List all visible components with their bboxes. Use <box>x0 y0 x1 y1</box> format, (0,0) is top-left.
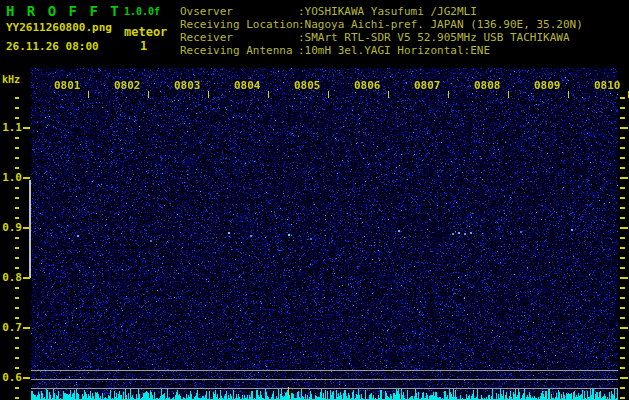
tick <box>620 197 625 199</box>
info-value: :Nagoya Aichi-pref. JAPAN (136.90E, 35.2… <box>298 18 583 31</box>
tick <box>620 167 625 169</box>
info-label: Ovserver <box>180 5 298 18</box>
tick <box>15 317 19 319</box>
count-range-marker <box>29 180 31 278</box>
tick <box>620 397 625 399</box>
tick <box>23 327 30 329</box>
tick <box>15 257 19 259</box>
tick <box>620 187 625 189</box>
tick <box>620 297 625 299</box>
tick <box>15 267 19 269</box>
app-version: 1.0.0f <box>124 6 160 17</box>
tick <box>23 277 30 279</box>
tick <box>620 207 625 209</box>
observer-info-block: Ovserver :YOSHIKAWA Yasufumi /JG2MLI Rec… <box>180 5 583 57</box>
info-label: Receiving Antenna <box>180 44 298 57</box>
spectrogram-canvas <box>31 68 618 400</box>
mode-label: meteor <box>124 25 167 39</box>
tick <box>620 177 628 179</box>
tick <box>88 91 89 98</box>
info-value: :10mH 3el.YAGI Horizontal:ENE <box>298 44 490 57</box>
tick <box>620 227 628 229</box>
tick <box>620 107 625 109</box>
tick <box>15 137 19 139</box>
tick <box>15 187 19 189</box>
tick <box>23 377 30 379</box>
tick <box>148 91 149 98</box>
tick <box>620 317 625 319</box>
tick <box>620 237 625 239</box>
tick <box>15 157 19 159</box>
tick <box>15 307 19 309</box>
tick <box>15 367 19 369</box>
tick <box>620 377 628 379</box>
info-row-receiver: Receiver :SMArt RTL-SDR V5 52.905MHz USB… <box>180 31 583 44</box>
tick <box>620 267 625 269</box>
tick <box>620 217 625 219</box>
freq-tick-label: 1.0 <box>0 171 22 184</box>
tick <box>620 97 625 99</box>
tick <box>620 347 625 349</box>
freq-tick-label: 0.6 <box>0 371 22 384</box>
tick <box>15 197 19 199</box>
info-label: Receiving Location <box>180 18 298 31</box>
tick <box>15 217 19 219</box>
tick <box>15 387 19 389</box>
tick <box>15 107 19 109</box>
tick <box>15 337 19 339</box>
time-tick-label: 0805 <box>294 79 336 92</box>
tick <box>620 147 625 149</box>
tick <box>388 91 389 98</box>
tick <box>620 287 625 289</box>
time-tick-label: 0803 <box>174 79 216 92</box>
time-tick-label: 0801 <box>54 79 96 92</box>
tick <box>268 91 269 98</box>
tick <box>23 177 30 179</box>
tick <box>15 97 19 99</box>
tick <box>620 277 628 279</box>
info-label: Receiver <box>180 31 298 44</box>
info-row-antenna: Receiving Antenna :10mH 3el.YAGI Horizon… <box>180 44 583 57</box>
tick <box>15 297 19 299</box>
tick <box>620 137 625 139</box>
tick <box>15 167 19 169</box>
tick <box>568 91 569 98</box>
tick <box>620 247 625 249</box>
app-title: H R O F F T <box>6 3 121 19</box>
tick <box>620 307 625 309</box>
tick <box>15 287 19 289</box>
tick <box>15 117 19 119</box>
info-value: :YOSHIKAWA Yasufumi /JG2MLI <box>298 5 477 18</box>
tick <box>620 367 625 369</box>
tick <box>15 147 19 149</box>
tick <box>15 247 19 249</box>
output-filename: YY2611260800.png <box>6 21 112 34</box>
time-tick-label: 0810 <box>594 79 629 92</box>
tick <box>23 127 30 129</box>
tick <box>620 337 625 339</box>
time-tick-label: 0802 <box>114 79 156 92</box>
tick <box>620 117 625 119</box>
time-tick-label: 0808 <box>474 79 516 92</box>
freq-axis-unit: kHz <box>2 74 20 85</box>
time-tick-label: 0806 <box>354 79 396 92</box>
tick <box>448 91 449 98</box>
tick <box>620 387 625 389</box>
info-row-location: Receiving Location :Nagoya Aichi-pref. J… <box>180 18 583 31</box>
freq-tick-label: 0.9 <box>0 221 22 234</box>
freq-tick-label: 1.1 <box>0 121 22 134</box>
tick <box>23 227 30 229</box>
tick <box>328 91 329 98</box>
tick <box>620 357 625 359</box>
freq-tick-label: 0.8 <box>0 271 22 284</box>
tick <box>15 357 19 359</box>
tick <box>15 397 19 399</box>
tick <box>208 91 209 98</box>
observation-timestamp: 26.11.26 08:00 <box>6 40 99 53</box>
tick <box>15 207 19 209</box>
tick <box>620 157 625 159</box>
tick <box>620 257 625 259</box>
tick <box>508 91 509 98</box>
echo-count: 1 <box>140 39 147 53</box>
freq-tick-label: 0.7 <box>0 321 22 334</box>
